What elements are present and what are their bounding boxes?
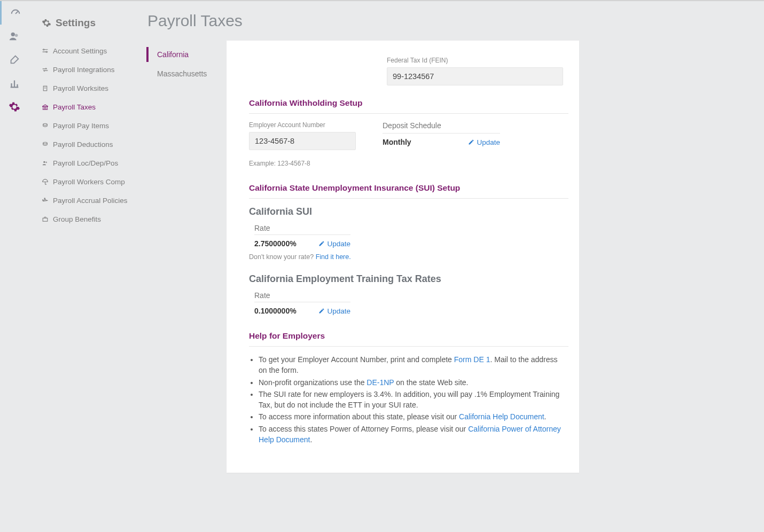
- help-title: Help for Employers: [249, 331, 568, 347]
- settings-title-text: Settings: [56, 17, 96, 29]
- ett-rate-value: 0.1000000%: [254, 307, 297, 315]
- sui-update-link[interactable]: Update: [318, 240, 350, 248]
- rail-reports[interactable]: [0, 72, 29, 95]
- link-payroll-taxes[interactable]: Payroll Taxes: [42, 98, 141, 116]
- settings-sidebar: Settings Account Settings Payroll Integr…: [29, 1, 141, 532]
- ett-heading: California Employment Training Tax Rates: [249, 273, 568, 285]
- link-payroll-integrations[interactable]: Payroll Integrations: [42, 60, 141, 79]
- sliders-icon: [42, 48, 49, 54]
- gear-icon: [9, 101, 20, 113]
- svg-point-7: [43, 161, 45, 163]
- edit-icon: [318, 308, 325, 314]
- gauge-icon: [10, 7, 21, 19]
- ean-input[interactable]: [249, 132, 356, 150]
- sui-rate-label: Rate: [254, 224, 350, 235]
- svg-point-8: [45, 162, 47, 163]
- deposit-schedule-label: Deposit Schedule: [383, 121, 500, 134]
- users-icon: [42, 160, 49, 167]
- link-payroll-workers-comp[interactable]: Payroll Workers Comp: [42, 173, 141, 191]
- plane-icon: [42, 197, 49, 204]
- nav-rail: [0, 1, 29, 532]
- building-icon: [42, 85, 49, 92]
- edit-icon: [468, 139, 474, 145]
- svg-point-2: [43, 49, 44, 50]
- gear-icon: [42, 18, 51, 28]
- withholding-title: California Withholding Setup: [249, 98, 568, 114]
- svg-rect-4: [43, 86, 47, 91]
- fein-input[interactable]: [387, 67, 563, 85]
- rail-appearance[interactable]: [0, 48, 29, 72]
- tab-california[interactable]: California: [146, 45, 227, 64]
- state-tabs: California Massachusetts: [146, 41, 227, 473]
- help-item: To access more information about this st…: [259, 411, 563, 422]
- settings-title: Settings: [42, 17, 141, 29]
- rail-dashboard[interactable]: [0, 1, 29, 25]
- edit-icon: [318, 240, 325, 247]
- link-payroll-loc-dep-pos[interactable]: Payroll Loc/Dep/Pos: [42, 154, 141, 173]
- svg-point-1: [15, 34, 18, 36]
- svg-point-3: [46, 51, 47, 52]
- help-item: The SUI rate for new employers is 3.4%. …: [259, 389, 563, 411]
- bank-icon: [42, 104, 49, 111]
- bar-chart-icon: [9, 77, 20, 89]
- coins-icon: [42, 141, 49, 148]
- link-account-settings[interactable]: Account Settings: [42, 42, 141, 60]
- link-payroll-accrual-policies[interactable]: Payroll Accrual Policies: [42, 191, 141, 210]
- sui-title: California State Unemployment Insurance …: [249, 183, 568, 199]
- brush-icon: [9, 54, 20, 66]
- svg-point-0: [11, 33, 15, 36]
- page-title: Payroll Taxes: [147, 12, 743, 30]
- sui-heading: California SUI: [249, 206, 568, 217]
- deposit-schedule-value: Monthly: [383, 138, 411, 146]
- tax-card: Federal Tax Id (FEIN) California Withhol…: [227, 41, 579, 473]
- tab-massachusetts[interactable]: Massachusetts: [146, 64, 227, 83]
- svg-rect-9: [43, 218, 48, 221]
- transfer-icon: [42, 66, 49, 73]
- ean-example: Example: 123-4567-8: [249, 160, 568, 167]
- link-group-benefits[interactable]: Group Benefits: [42, 210, 141, 229]
- sui-help-text: Don't know your rate? Find it here.: [249, 253, 568, 261]
- fein-label: Federal Tax Id (FEIN): [387, 57, 563, 64]
- deposit-update-link[interactable]: Update: [468, 138, 500, 146]
- ett-rate-label: Rate: [254, 291, 350, 302]
- svg-point-5: [43, 123, 48, 125]
- de-1np-link[interactable]: DE-1NP: [367, 378, 394, 387]
- help-list: To get your Employer Account Number, pri…: [249, 354, 563, 445]
- rail-settings[interactable]: [0, 95, 29, 119]
- help-item: Non-profit organizations use the DE-1NP …: [259, 377, 563, 388]
- umbrella-icon: [42, 178, 49, 185]
- svg-point-6: [43, 142, 48, 144]
- ean-label: Employer Account Number: [249, 121, 356, 129]
- rail-people[interactable]: [0, 25, 29, 48]
- form-de1-link[interactable]: Form DE 1: [454, 355, 490, 364]
- sui-rate-value: 2.7500000%: [254, 239, 297, 248]
- link-payroll-deductions[interactable]: Payroll Deductions: [42, 135, 141, 154]
- help-item: To get your Employer Account Number, pri…: [259, 354, 563, 376]
- link-payroll-worksites[interactable]: Payroll Worksites: [42, 79, 141, 98]
- people-icon: [9, 30, 20, 42]
- main-content: Payroll Taxes California Massachusetts F…: [141, 1, 764, 532]
- briefcase-icon: [42, 216, 49, 223]
- coins-icon: [42, 122, 49, 129]
- find-rate-link[interactable]: Find it here.: [316, 253, 351, 261]
- ett-update-link[interactable]: Update: [318, 307, 350, 315]
- help-item: To access this states Power of Attorney …: [259, 424, 563, 445]
- link-payroll-pay-items[interactable]: Payroll Pay Items: [42, 116, 141, 135]
- ca-help-doc-link[interactable]: California Help Document: [459, 412, 544, 421]
